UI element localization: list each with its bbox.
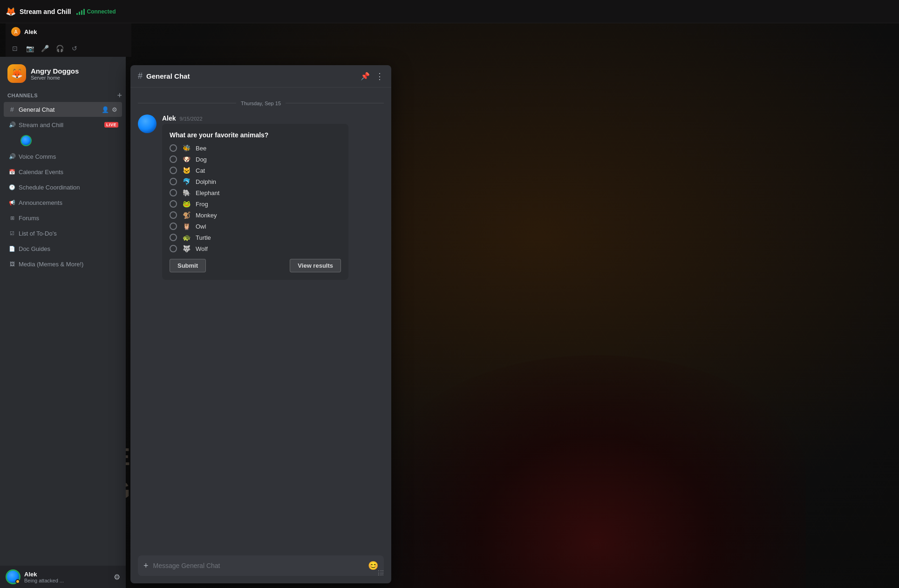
live-badge: LIVE [104, 122, 118, 128]
user-status-text: Being attacked ... [24, 578, 85, 583]
attach-file-icon[interactable]: + [143, 561, 149, 571]
resize-dot-9 [382, 574, 383, 575]
resize-handle[interactable] [378, 570, 384, 576]
poll-card: What are your favorite animals? 🐝 Bee 🐶 … [162, 124, 348, 280]
channel-name-forums: Forums [19, 215, 118, 222]
poll-option-5[interactable]: 🐸 Frog [170, 200, 341, 208]
channel-name-voice-comms: Voice Comms [19, 153, 118, 160]
app-icon: 🦊 [6, 7, 16, 17]
message-input[interactable] [153, 562, 368, 569]
channel-name-stream: Stream and Chill [19, 122, 102, 128]
message-author-avatar [138, 115, 157, 133]
server-name: Angry Doggos [31, 67, 120, 75]
doc-guides-icon: 📄 [8, 246, 16, 252]
mic-icon[interactable]: 🎤 [40, 44, 49, 53]
poll-option-3[interactable]: 🐬 Dolphin [170, 178, 341, 185]
poll-view-results-button[interactable]: View results [290, 259, 341, 272]
todos-icon: ☑ [8, 230, 16, 237]
channel-item-schedule[interactable]: 🕐 Schedule Coordination [4, 180, 122, 195]
bar1 [76, 13, 78, 15]
channel-actions-general-chat: 👤 ⚙ [102, 106, 118, 113]
poll-option-2[interactable]: 🐱 Cat [170, 167, 341, 174]
date-divider-text: Thursday, Sep 15 [236, 101, 286, 106]
voice-channel-icon: 🔊 [8, 122, 16, 128]
channel-item-todos[interactable]: ☑ List of To-Do's [4, 226, 122, 241]
signal-bars [76, 8, 85, 15]
poll-radio-1[interactable] [170, 155, 177, 163]
poll-option-4[interactable]: 🐘 Elephant [170, 189, 341, 196]
channel-item-media[interactable]: 🖼 Media (Memes & More!) [4, 257, 122, 271]
poll-option-1[interactable]: 🐶 Dog [170, 155, 341, 163]
stream-user-avatar-item [7, 133, 122, 148]
server-icon: 🦊 [7, 64, 26, 83]
car-silhouette [387, 355, 806, 588]
resize-dot-3 [382, 570, 383, 571]
settings-channel-icon[interactable]: ⚙ [111, 106, 118, 113]
channel-item-stream-and-chill[interactable]: 🔊 Stream and Chill LIVE [4, 117, 122, 132]
message-content: Alek 9/15/2022 What are your favorite an… [162, 115, 384, 280]
titlebar-username: Alek [24, 28, 37, 35]
poll-radio-5[interactable] [170, 200, 177, 208]
channel-item-voice-comms[interactable]: 🔊 Voice Comms [4, 149, 122, 164]
channel-item-calendar[interactable]: 📅 Calendar Events [4, 164, 122, 179]
user-settings-button[interactable]: ⚙ [114, 573, 120, 581]
poll-option-6[interactable]: 🐒 Monkey [170, 211, 341, 219]
bar2 [79, 12, 80, 15]
poll-option-text-8: Turtle [196, 234, 211, 241]
user-avatar-bottom [6, 569, 20, 584]
poll-radio-2[interactable] [170, 167, 177, 174]
channel-name-schedule: Schedule Coordination [19, 184, 118, 191]
poll-option-text-3: Dolphin [196, 178, 216, 185]
poll-option-9[interactable]: 🐺 Wolf [170, 245, 341, 252]
pin-icon[interactable]: 📌 [361, 72, 370, 81]
mute-screen-icon[interactable]: ⊡ [10, 44, 20, 53]
channel-item-announcements[interactable]: 📢 Announcements [4, 195, 122, 210]
channel-name-announcements: Announcements [19, 199, 118, 206]
poll-radio-0[interactable] [170, 144, 177, 152]
poll-option-text-6: Monkey [196, 212, 217, 219]
refresh-icon[interactable]: ↺ [70, 44, 79, 53]
video-icon[interactable]: 📷 [25, 44, 34, 53]
add-channel-button[interactable]: + [117, 91, 122, 100]
sidebar: 🦊 Angry Doggos Server home Channels + # … [0, 57, 126, 588]
poll-radio-6[interactable] [170, 211, 177, 219]
emoji-picker-icon[interactable]: 😊 [368, 561, 378, 571]
poll-option-text-4: Elephant [196, 189, 219, 196]
poll-option-emoji-8: 🐢 [182, 234, 191, 241]
channel-item-forums[interactable]: ⊞ Forums [4, 210, 122, 225]
poll-option-0[interactable]: 🐝 Bee [170, 144, 341, 152]
titlebar-server-name: Stream and Chill [20, 8, 71, 15]
channel-item-general-chat[interactable]: # General Chat 👤 ⚙ [4, 102, 122, 117]
calendar-icon: 📅 [8, 169, 16, 175]
chat-input-bar: + 😊 [130, 555, 391, 583]
poll-radio-9[interactable] [170, 245, 177, 252]
poll-submit-button[interactable]: Submit [170, 259, 206, 272]
poll-option-8[interactable]: 🐢 Turtle [170, 234, 341, 241]
poll-radio-7[interactable] [170, 223, 177, 230]
poll-option-text-7: Owl [196, 223, 206, 230]
poll-option-emoji-5: 🐸 [182, 200, 191, 208]
connection-status: Connected [76, 8, 116, 15]
more-options-icon[interactable]: ⋮ [375, 71, 384, 81]
channel-item-doc-guides[interactable]: 📄 Doc Guides [4, 241, 122, 256]
poll-option-7[interactable]: 🦉 Owl [170, 223, 341, 230]
poll-radio-4[interactable] [170, 189, 177, 196]
headset-icon[interactable]: 🎧 [55, 44, 64, 53]
poll-option-text-9: Wolf [196, 245, 208, 252]
poll-option-emoji-9: 🐺 [182, 245, 191, 252]
poll-option-emoji-1: 🐶 [182, 155, 191, 163]
chat-input-wrapper: + 😊 [138, 555, 384, 576]
add-user-icon[interactable]: 👤 [102, 106, 109, 113]
controls-bar: ⊡ 📷 🎤 🎧 ↺ [6, 40, 131, 57]
titlebar: 🦊 Stream and Chill Connected [0, 0, 899, 23]
user-info-bottom: Alek Being attacked ... [24, 571, 110, 583]
chat-channel-icon: # [138, 71, 143, 81]
poll-radio-3[interactable] [170, 178, 177, 185]
user-bottom-bar: Alek Being attacked ... ⚙ [0, 566, 126, 588]
poll-radio-8[interactable] [170, 234, 177, 241]
poll-question: What are your favorite animals? [170, 131, 341, 139]
user-avatar-titlebar: A [11, 27, 20, 36]
poll-option-text-5: Frog [196, 201, 208, 208]
chat-messages[interactable]: Thursday, Sep 15 Alek 9/15/2022 What are… [130, 88, 391, 555]
media-icon: 🖼 [8, 261, 16, 267]
